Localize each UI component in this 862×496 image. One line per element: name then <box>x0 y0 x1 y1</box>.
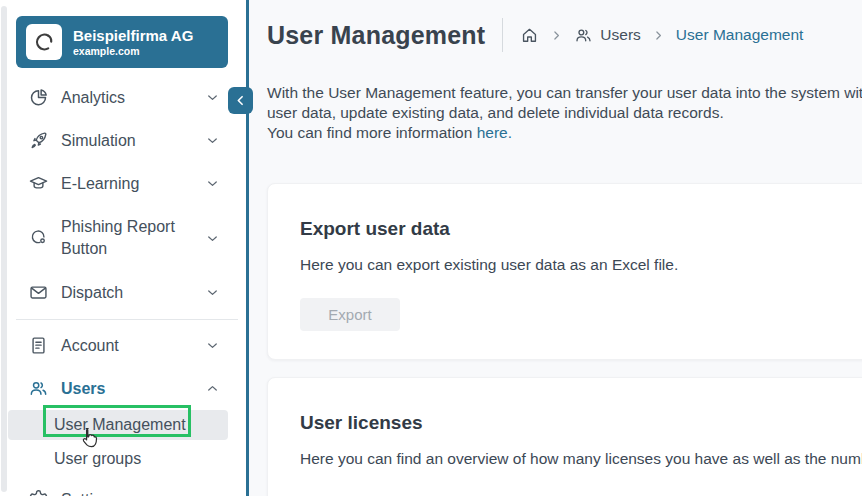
more-information-link[interactable]: here. <box>477 124 512 141</box>
card-description: Here you can export existing user data a… <box>300 256 862 274</box>
card-title: Export user data <box>300 218 862 240</box>
users-icon <box>28 378 49 399</box>
rocket-icon <box>28 130 49 151</box>
chevron-down-icon <box>205 231 220 246</box>
chevron-up-icon <box>205 381 220 396</box>
graduation-cap-icon <box>28 173 49 194</box>
sidebar-subitem-user-groups[interactable]: User groups <box>8 444 246 474</box>
intro-line-3: You can find more information here. <box>267 123 862 143</box>
sidebar-subitem-user-management[interactable]: User Management <box>8 410 228 440</box>
user-licenses-card: User licenses Here you can find an overv… <box>267 377 862 496</box>
brand-card[interactable]: Beispielfirma AG example.com <box>16 16 228 68</box>
page-title: User Management <box>267 21 485 50</box>
document-icon <box>28 335 49 356</box>
intro-line-1: With the User Management feature, you ca… <box>267 83 862 103</box>
breadcrumb-current: User Management <box>676 26 804 44</box>
brand-name: Beispielfirma AG <box>73 27 193 45</box>
sidebar-divider <box>16 319 238 320</box>
sidebar-nav: Analytics Simulation <box>8 76 246 496</box>
scrollbar-thumb[interactable] <box>1 6 7 492</box>
intro-line-2: user data, update existing data, and del… <box>267 103 862 123</box>
chevron-right-icon <box>550 29 563 42</box>
chevron-down-icon <box>205 90 220 105</box>
envelope-icon <box>28 282 49 303</box>
export-button[interactable]: Export <box>300 298 400 331</box>
sidebar-item-elearning[interactable]: E-Learning <box>8 162 246 205</box>
users-icon <box>574 26 593 45</box>
sidebar-item-analytics[interactable]: Analytics <box>8 76 246 119</box>
chevron-down-icon <box>205 176 220 191</box>
card-description: Here you can find an overview of how man… <box>300 450 862 468</box>
sidebar-item-simulation[interactable]: Simulation <box>8 119 246 162</box>
brand-domain: example.com <box>73 45 193 58</box>
chevron-down-icon <box>205 133 220 148</box>
export-user-data-card: Export user data Here you can export exi… <box>267 183 862 360</box>
sidebar: Beispielfirma AG example.com Analytics <box>0 0 246 496</box>
pie-chart-icon <box>28 87 49 108</box>
chevron-right-icon <box>652 29 665 42</box>
brand-logo-icon <box>26 24 62 60</box>
chevron-down-icon <box>205 338 220 353</box>
breadcrumb-users[interactable]: Users <box>574 26 640 45</box>
sidebar-item-dispatch[interactable]: Dispatch <box>8 271 246 314</box>
app-root: Beispielfirma AG example.com Analytics <box>0 0 862 496</box>
breadcrumb: Users User Management <box>520 26 803 45</box>
sidebar-collapse-button[interactable] <box>228 87 253 114</box>
sidebar-item-phishing-report-button[interactable]: Phishing Report Button <box>8 205 246 271</box>
card-title: User licenses <box>300 412 862 434</box>
phishing-hook-icon <box>28 228 49 249</box>
page-header: User Management <box>267 17 803 53</box>
home-icon[interactable] <box>520 26 539 45</box>
intro-text: With the User Management feature, you ca… <box>267 83 862 143</box>
sidebar-item-users[interactable]: Users <box>8 367 246 410</box>
chevron-down-icon <box>205 285 220 300</box>
main-content: User Management <box>249 0 862 496</box>
sidebar-item-account[interactable]: Account <box>8 324 246 367</box>
gear-icon <box>28 489 49 496</box>
chevron-down-icon <box>205 492 220 496</box>
sidebar-item-settings[interactable]: Settings <box>8 478 246 496</box>
sidebar-scrollbar[interactable] <box>0 0 8 496</box>
header-divider <box>502 18 503 52</box>
